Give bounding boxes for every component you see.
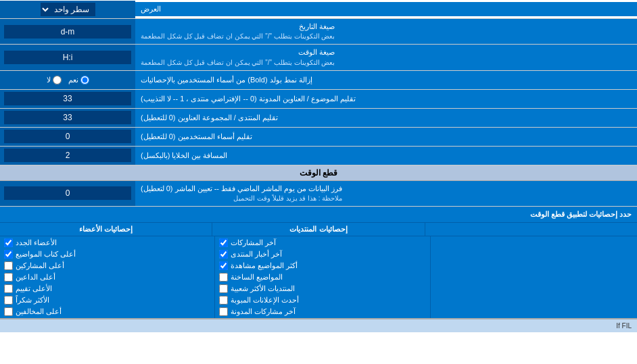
forum-trim-row: تقليم المنتدى / المجموعة العناوين (0 للت… [0,109,637,128]
col2-checkbox-5[interactable] [4,296,13,305]
bottom-info: If FIL [0,319,637,332]
col1-checkbox-6[interactable] [219,307,228,316]
bold-no-label: لا [47,76,51,84]
username-trim-label: تقليم أسماء المستخدمين (0 للتعطيل) [135,128,637,146]
col1-items-header: إحصائيات المنتديات [212,223,424,236]
col1-checkbox-2[interactable] [219,261,228,270]
display-label: العرض [135,2,637,16]
bold-remove-control: نعم لا [0,71,135,89]
username-trim-input[interactable] [4,130,131,143]
col1-checkbox-4[interactable] [219,284,228,293]
col1-item-3: المواضيع الساخنة [219,272,425,282]
time-format-input[interactable] [4,51,131,64]
col1-checkbox-3[interactable] [219,273,228,282]
bold-remove-label: إزالة نمط بولد (Bold) من أسماء المستخدمي… [135,71,637,89]
topic-trim-input-container [0,90,135,108]
col2-item-6: أعلى المخالفين [4,307,210,317]
col1-item-2: أكثر المواضيع مشاهدة [219,261,425,271]
col2-item-0: الأعضاء الجدد [4,238,210,248]
col2-items-header: إحصائيات الأعضاء [0,223,212,236]
col1-header [425,223,637,236]
col2-checkbox-6[interactable] [4,307,13,316]
col1-item-0: آخر المشاركات [219,238,425,248]
forum-trim-input[interactable] [4,111,131,124]
cell-space-input-container [0,147,135,165]
username-trim-input-container [0,128,135,146]
checkbox-area: آخر المشاركات آخر أخبار المنتدى أكثر الم… [0,236,637,319]
col2-item-5: الأكثر شكراً [4,295,210,305]
topic-trim-input[interactable] [4,92,131,105]
display-select[interactable]: سطر واحد سطرين ثلاثة أسطر [41,3,95,16]
col2-item-2: أعلى المشاركين [4,261,210,271]
col2-checkbox-3[interactable] [4,273,13,282]
date-format-row: صيغة التاريخ بعض التكوينات يتطلب "/" الت… [0,19,637,45]
col1-checkbox-0[interactable] [219,238,228,247]
col1-checkboxes: آخر المشاركات آخر أخبار المنتدى أكثر الم… [214,236,429,318]
col1-item-6: آخر مشاركات المدونة [219,307,425,317]
forum-trim-input-container [0,109,135,127]
time-cut-input[interactable] [4,186,131,200]
cell-space-label: المسافة بين الخلايا (بالبكسل) [135,147,637,165]
topic-trim-label: تقليم الموضوع / العناوين المدونة (0 -- ا… [135,90,637,108]
col2-checkbox-0[interactable] [4,238,13,247]
col1-item-5: أحدث الإعلانات المبوبة [219,295,425,305]
col2-checkbox-4[interactable] [4,284,13,293]
bold-yes-radio[interactable] [80,76,89,84]
topic-trim-row: تقليم الموضوع / العناوين المدونة (0 -- ا… [0,90,637,109]
col-headers: إحصائيات المنتديات إحصائيات الأعضاء [0,223,637,236]
display-control: سطر واحد سطرين ثلاثة أسطر [0,1,135,18]
date-format-input-container [0,19,135,44]
col1-checkbox-5[interactable] [219,296,228,305]
col2-checkbox-1[interactable] [4,250,13,259]
time-cut-row: فرز البيانات من يوم الماشر الماضي فقط --… [0,181,637,207]
forum-trim-label: تقليم المنتدى / المجموعة العناوين (0 للت… [135,109,637,127]
time-format-row: صيغة الوقت بعض التكوينات يتطلب "/" التي … [0,45,637,70]
time-format-input-container [0,45,135,70]
bold-yes-label: نعم [68,76,78,84]
main-container: العرض سطر واحد سطرين ثلاثة أسطر صيغة الت… [0,0,637,332]
cell-space-row: المسافة بين الخلايا (بالبكسل) [0,147,637,165]
col1-item-1: آخر أخبار المنتدى [219,249,425,259]
bold-remove-row: إزالة نمط بولد (Bold) من أسماء المستخدمي… [0,71,637,90]
time-cut-input-container [0,181,135,206]
time-format-label: صيغة الوقت بعض التكوينات يتطلب "/" التي … [135,45,637,70]
col2-checkbox-2[interactable] [4,261,13,270]
col1-item-4: المنتديات الأكثر شعبية [219,284,425,294]
spacer [430,236,637,318]
username-trim-row: تقليم أسماء المستخدمين (0 للتعطيل) [0,128,637,147]
date-format-label: صيغة التاريخ بعض التكوينات يتطلب "/" الت… [135,19,637,44]
cell-space-input[interactable] [4,149,131,162]
col2-checkboxes: الأعضاء الجدد أعلى كتاب المواضيع أعلى ال… [0,236,214,318]
time-cut-section-header: قطع الوقت [0,165,637,181]
col2-item-3: أعلى الداعين [4,272,210,282]
col2-item-4: الأعلى تقييم [4,284,210,294]
col2-item-1: أعلى كتاب المواضيع [4,249,210,259]
display-row: العرض سطر واحد سطرين ثلاثة أسطر [0,0,637,19]
stats-define-label: حدد إحصائيات لتطبيق قطع الوقت [0,208,637,221]
stats-define-row: حدد إحصائيات لتطبيق قطع الوقت [0,207,637,223]
time-cut-label: فرز البيانات من يوم الماشر الماضي فقط --… [135,181,637,206]
date-format-input[interactable] [4,25,131,38]
col1-checkbox-1[interactable] [219,250,228,259]
bold-no-radio[interactable] [53,76,62,84]
